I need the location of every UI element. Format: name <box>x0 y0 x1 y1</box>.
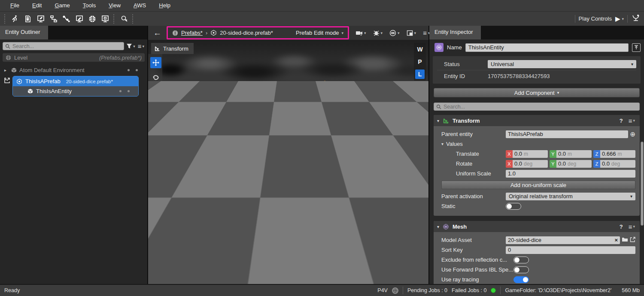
node-graph-icon[interactable] <box>47 13 60 24</box>
outliner-search-field[interactable] <box>12 43 122 49</box>
source-control-globe-icon[interactable] <box>392 287 398 294</box>
pending-jobs-label[interactable]: Pending Jobs : 0 <box>407 287 447 293</box>
toolbar-drag-handle[interactable] <box>4 14 7 24</box>
move-tool-button[interactable] <box>150 57 161 68</box>
help-icon[interactable]: ? <box>620 118 623 124</box>
lock-dot-icon[interactable] <box>136 69 138 71</box>
monitor-world-icon[interactable] <box>99 13 112 24</box>
open-asset-external-icon[interactable] <box>630 237 635 244</box>
pick-entity-target-icon[interactable]: ⊕ <box>630 130 635 138</box>
asset-processor-status-icon[interactable] <box>491 288 496 293</box>
play-dropdown-caret-icon[interactable] <box>622 17 624 21</box>
inspector-scrollbar[interactable] <box>641 142 644 226</box>
collapse-caret-icon[interactable] <box>437 118 439 123</box>
play-button[interactable]: ▶ <box>615 15 624 23</box>
world-icon[interactable] <box>86 13 99 24</box>
zoom-select-icon[interactable] <box>118 13 131 24</box>
rotate-tool-button[interactable] <box>150 72 161 83</box>
visibility-dot-icon[interactable] <box>128 69 130 71</box>
p4v-label[interactable]: P4V <box>377 287 388 293</box>
simulate-physics-icon[interactable] <box>631 14 641 24</box>
debug-bug-icon[interactable] <box>373 29 383 36</box>
translate-z-field[interactable]: Z0.666m <box>593 150 635 158</box>
menu-game[interactable]: Game <box>49 1 76 10</box>
static-toggle[interactable] <box>506 203 521 210</box>
back-arrow-icon[interactable] <box>151 28 164 38</box>
entity-outliner-tab[interactable]: Entity Outliner <box>0 26 48 39</box>
translate-x-field[interactable]: X0.0m <box>506 150 548 158</box>
pin-inspector-icon[interactable] <box>632 43 641 52</box>
collapse-caret-icon[interactable] <box>437 224 439 229</box>
outliner-search-input[interactable] <box>3 42 124 50</box>
sort-key-field[interactable]: 0 <box>506 246 635 254</box>
outliner-row-atom-default-environment[interactable]: Atom Default Environment <box>2 65 146 75</box>
component-menu-icon[interactable] <box>628 223 635 230</box>
transform-component-header[interactable]: Transform ? <box>434 115 640 126</box>
scale-tool-button[interactable] <box>150 86 161 97</box>
parent-activation-dropdown[interactable]: Original relative transform <box>506 193 635 200</box>
rotate-x-field[interactable]: X0.0deg <box>506 160 548 168</box>
component-menu-icon[interactable] <box>628 117 635 124</box>
failed-jobs-label[interactable]: Failed Jobs : 0 <box>452 287 486 293</box>
space-parent-button[interactable]: P <box>415 57 425 66</box>
model-asset-field[interactable]: 20-sided-dice× <box>506 236 620 244</box>
clear-asset-icon[interactable]: × <box>614 237 618 243</box>
entity-row-label: ThisIsAnEntity <box>36 88 72 94</box>
help-icon[interactable]: ? <box>620 224 623 230</box>
toolbar-drag-handle[interactable] <box>113 14 116 24</box>
uniform-scale-field[interactable]: 1.0 <box>506 170 635 178</box>
mesh-component-header[interactable]: Mesh ? <box>434 221 640 232</box>
translate-y-field[interactable]: Y0.0m <box>550 150 592 158</box>
asset-lock-icon[interactable] <box>21 13 34 24</box>
space-world-button[interactable]: W <box>415 45 425 54</box>
expand-caret-icon[interactable] <box>4 68 9 72</box>
statusbar-separator <box>500 287 501 294</box>
rotate-y-field[interactable]: Y0.0deg <box>550 160 592 168</box>
use-ray-tracing-toggle[interactable] <box>513 276 529 283</box>
add-non-uniform-scale-button[interactable]: Add non-uniform scale <box>441 181 635 189</box>
prefab-edit-mode-dropdown[interactable]: Prefab Edit mode <box>279 30 343 36</box>
values-group-label[interactable]: Values <box>437 141 506 147</box>
menu-file[interactable]: File <box>4 1 25 10</box>
visibility-dot-icon[interactable] <box>119 90 122 92</box>
gizmo-origin-handle[interactable] <box>278 159 284 165</box>
status-dropdown[interactable]: Universal <box>488 60 636 68</box>
outliner-row-prefab[interactable]: ThisIsAPrefab 20-sided-dice.prefab* <box>13 76 138 86</box>
entity-inspector-tab[interactable]: Entity Inspector <box>429 26 481 39</box>
parent-entity-field[interactable]: ThisIsAPrefab <box>506 130 628 138</box>
mesh-component-card: Mesh ? Model Asset 20-sided-dice× <box>434 221 640 284</box>
3d-viewport[interactable]: 2 18 20 14 4 <box>148 40 428 284</box>
menu-tools[interactable]: Tools <box>77 1 102 10</box>
outliner-menu-icon[interactable] <box>137 42 145 50</box>
inspector-search-input[interactable] <box>434 103 640 111</box>
entity-name-input[interactable] <box>465 43 629 52</box>
exclude-reflection-toggle[interactable] <box>513 257 529 263</box>
close-prefab-icon[interactable] <box>3 77 11 85</box>
menu-view[interactable]: View <box>103 1 127 10</box>
menu-help[interactable]: Help <box>153 1 176 10</box>
filter-icon[interactable] <box>126 43 136 49</box>
toolbar-drag-handle[interactable] <box>132 14 135 24</box>
add-component-button[interactable]: Add Component <box>434 88 640 97</box>
ui-editor-icon[interactable] <box>73 13 86 24</box>
inspector-search-field[interactable] <box>444 104 637 110</box>
rotate-z-field[interactable]: Z0.0deg <box>593 160 635 168</box>
entity-status-box: Status Universal Entity ID 1707537578833… <box>433 56 641 84</box>
browse-asset-folder-icon[interactable] <box>622 237 628 243</box>
camera-icon[interactable] <box>355 30 367 36</box>
values-caret-icon[interactable] <box>441 142 444 146</box>
forward-pass-ibl-toggle[interactable] <box>513 266 529 273</box>
outliner-row-entity[interactable]: ThisIsAnEntity <box>13 86 138 96</box>
material-editor-icon[interactable] <box>34 13 47 24</box>
lock-dot-icon[interactable] <box>128 90 130 92</box>
level-row[interactable]: Level (Prefabs.prefab*) <box>3 53 145 62</box>
visibility-icon[interactable] <box>389 29 400 37</box>
menu-edit[interactable]: Edit <box>26 1 48 10</box>
menu-aws[interactable]: AWS <box>128 1 152 10</box>
aspect-caret-icon <box>414 31 416 35</box>
space-local-button[interactable]: L <box>415 69 425 79</box>
spline-tool-icon[interactable] <box>60 13 73 24</box>
play-game-icon[interactable] <box>9 13 21 24</box>
breadcrumb-root-link[interactable]: Prefabs* <box>181 30 203 36</box>
aspect-ratio-icon[interactable] <box>406 30 417 36</box>
